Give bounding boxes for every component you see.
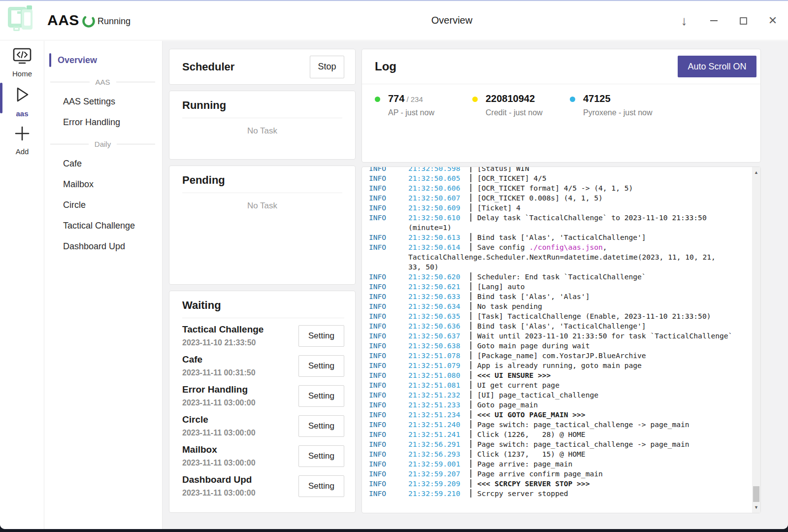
- task-setting-button[interactable]: Setting: [298, 325, 344, 347]
- log-timestamp: 21:32:50.607: [408, 193, 470, 203]
- log-line: INFO21:32:51.080<<< UI ENSURE >>>: [369, 370, 752, 380]
- log-message: Delay task `TacticalChallenge` to 2023-1…: [470, 213, 707, 222]
- nav-item-circle[interactable]: Circle: [44, 197, 162, 213]
- scroll-up-icon[interactable]: ▲: [752, 168, 760, 176]
- log-timestamp: 21:32:51.078: [408, 351, 470, 361]
- log-level: INFO: [369, 380, 408, 390]
- task-setting-button[interactable]: Setting: [298, 355, 344, 377]
- log-level: INFO: [369, 479, 408, 489]
- log-message: Bind task ['Alas', 'TacticalChallenge']: [470, 322, 646, 330]
- log-level: INFO: [369, 282, 408, 292]
- stat-value: 774: [388, 93, 404, 104]
- log-timestamp: 21:32:59.209: [408, 479, 470, 489]
- waiting-task-name: Dashboard Upd: [182, 474, 256, 485]
- divider-line: [116, 82, 156, 82]
- log-terminal: INFO21:32:50.598[Status] WININFO21:32:50…: [362, 167, 752, 513]
- log-line: INFO21:32:50.621[Lang] auto: [369, 282, 752, 292]
- waiting-task-info: Tactical Challenge2023-11-10 21:33:50: [182, 324, 263, 347]
- log-message: App is already running, goto main page: [470, 361, 642, 369]
- waiting-task-row: Cafe2023-11-11 00:31:50Setting: [182, 348, 344, 378]
- maximize-icon[interactable]: [737, 14, 750, 27]
- log-timestamp: 21:32:50.634: [408, 301, 470, 311]
- log-level: INFO: [369, 272, 408, 282]
- log-line: INFO21:32:50.635[Task] TacticalChallenge…: [369, 311, 752, 321]
- waiting-task-name: Circle: [182, 414, 256, 425]
- task-setting-button[interactable]: Setting: [298, 385, 344, 407]
- nav-item-cafe[interactable]: Cafe: [44, 155, 162, 172]
- stat-value-row: 47125: [583, 93, 653, 104]
- nav-item-label: Tactical Challenge: [63, 221, 135, 231]
- waiting-task-info: Mailbox2023-11-11 03:00:00: [182, 444, 256, 467]
- log-line: INFO21:32:50.605[OCR_TICKET] 4/5: [369, 173, 752, 183]
- stat-body: 774/ 234AP - just now: [388, 93, 434, 117]
- main-content: Scheduler Stop Running No Task Pending N…: [163, 41, 788, 529]
- nav-item-dashboard-upd[interactable]: Dashboard Upd: [44, 238, 162, 255]
- status-dot-icon: [375, 97, 380, 102]
- log-level: INFO: [369, 292, 408, 301]
- log-message: Page arrive confirm page_main: [470, 469, 603, 478]
- log-timestamp: 21:32:50.633: [408, 292, 470, 301]
- rail-item-add[interactable]: Add: [0, 118, 44, 156]
- task-setting-button[interactable]: Setting: [298, 475, 344, 497]
- stop-button[interactable]: Stop: [310, 56, 344, 78]
- minimize-icon[interactable]: [707, 14, 720, 27]
- log-level: INFO: [369, 430, 408, 439]
- log-line: INFO21:32:51.232[UI] page_tactical_chall…: [369, 390, 752, 400]
- waiting-task-info: Dashboard Upd2023-11-11 03:00:00: [182, 474, 256, 498]
- close-icon[interactable]: ✕: [766, 14, 779, 27]
- scrollbar-thumb[interactable]: [753, 486, 759, 502]
- rail-item-aas[interactable]: aas: [0, 78, 44, 118]
- status-dot-icon: [472, 97, 478, 102]
- page-title: Overview: [163, 15, 741, 26]
- log-line: INFO21:32:50.614Save config ./config\aas…: [369, 242, 752, 252]
- log-level: INFO: [369, 203, 408, 213]
- log-timestamp: 21:32:51.240: [408, 420, 470, 430]
- nav-item-error-handling[interactable]: Error Handling: [44, 114, 162, 131]
- log-message: [Lang] auto: [470, 282, 525, 291]
- nav-item-mailbox[interactable]: Mailbox: [44, 176, 162, 193]
- log-title: Log: [375, 60, 396, 73]
- active-indicator-bar: [0, 83, 2, 113]
- hide-to-tray-icon[interactable]: ↓: [678, 14, 690, 27]
- log-line-continuation: 33, 50): [369, 262, 752, 272]
- waiting-task-info: Circle2023-11-11 03:00:00: [182, 414, 256, 437]
- stat-label: Credit - just now: [486, 108, 543, 117]
- log-level: INFO: [369, 311, 408, 321]
- waiting-title: Waiting: [182, 299, 221, 311]
- log-level: INFO: [369, 400, 408, 410]
- log-line-continuation: TacticalChallenge.Scheduler.NextRun=date…: [369, 252, 752, 262]
- log-card: Log Auto Scroll ON 774/ 234AP - just now…: [361, 49, 761, 163]
- log-level: INFO: [369, 361, 408, 370]
- nav-item-overview[interactable]: Overview: [44, 52, 162, 68]
- log-message: [Package_name] com.YostarJP.BlueArchive: [470, 351, 646, 360]
- log-level: INFO: [369, 242, 408, 252]
- log-terminal-card: INFO21:32:50.598[Status] WININFO21:32:50…: [361, 166, 761, 513]
- divider-line: [117, 144, 155, 144]
- log-line: INFO21:32:51.241Click (1226, 28) @ HOME: [369, 430, 752, 439]
- log-message: <<< SCRCPY SERVER STOP >>>: [470, 479, 590, 488]
- log-timestamp: 21:32:51.233: [408, 400, 470, 410]
- log-level: INFO: [369, 321, 408, 331]
- waiting-task-row: Error Handling2023-11-11 03:00:00Setting: [182, 378, 344, 408]
- nav-item-tactical-challenge[interactable]: Tactical Challenge: [44, 217, 162, 234]
- waiting-task-name: Tactical Challenge: [182, 324, 263, 335]
- auto-scroll-toggle[interactable]: Auto Scroll ON: [678, 56, 756, 77]
- log-level: INFO: [369, 351, 408, 361]
- task-setting-button[interactable]: Setting: [298, 445, 344, 467]
- log-timestamp: 21:32:50.636: [408, 321, 470, 331]
- rail-item-home[interactable]: Home: [0, 41, 44, 78]
- task-setting-button[interactable]: Setting: [298, 415, 344, 437]
- log-level: INFO: [369, 173, 408, 183]
- scheduler-card: Scheduler Stop: [169, 49, 356, 85]
- nav-item-aas-settings[interactable]: AAS Settings: [44, 93, 162, 110]
- log-message: Page arrive: page_main: [470, 460, 572, 468]
- log-message: Scrcpy server stopped: [470, 489, 568, 498]
- log-scrollbar[interactable]: ▲ ▼: [752, 167, 760, 513]
- log-header: Log Auto Scroll ON: [362, 49, 760, 84]
- log-timestamp: 21:32:59.207: [408, 469, 470, 479]
- scroll-down-icon[interactable]: ▼: [752, 503, 760, 511]
- nav-section-label: Daily: [89, 140, 117, 148]
- log-timestamp: 21:32:50.620: [408, 272, 470, 282]
- stat-value: 47125: [583, 93, 611, 104]
- log-timestamp: 21:32:51.234: [408, 410, 470, 420]
